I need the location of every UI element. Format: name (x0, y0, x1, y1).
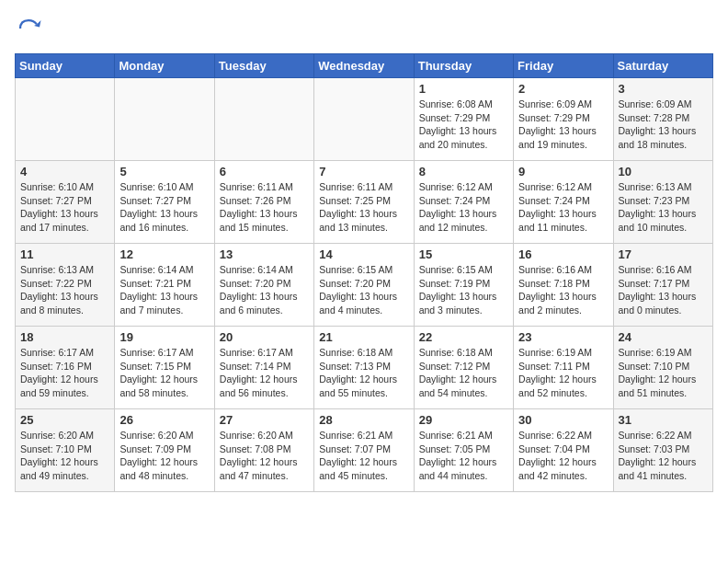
calendar-cell (314, 78, 414, 161)
day-info: Sunrise: 6:15 AMSunset: 7:19 PMDaylight:… (419, 263, 508, 317)
calendar-cell: 21Sunrise: 6:18 AMSunset: 7:13 PMDayligh… (314, 327, 414, 409)
calendar-cell: 28Sunrise: 6:21 AMSunset: 7:07 PMDayligh… (314, 409, 414, 492)
calendar-cell: 3Sunrise: 6:09 AMSunset: 7:28 PMDaylight… (613, 78, 712, 161)
day-info: Sunrise: 6:09 AMSunset: 7:29 PMDaylight:… (518, 98, 608, 152)
calendar-table: SundayMondayTuesdayWednesdayThursdayFrid… (15, 53, 713, 492)
day-info: Sunrise: 6:10 AMSunset: 7:27 PMDaylight:… (20, 180, 109, 235)
day-number: 19 (119, 330, 209, 344)
calendar-cell: 5Sunrise: 6:10 AMSunset: 7:27 PMDaylight… (115, 161, 214, 244)
calendar-cell: 19Sunrise: 6:17 AMSunset: 7:15 PMDayligh… (115, 327, 214, 409)
day-info: Sunrise: 6:12 AMSunset: 7:24 PMDaylight:… (518, 180, 608, 235)
calendar-cell: 7Sunrise: 6:11 AMSunset: 7:25 PMDaylight… (314, 161, 414, 244)
day-number: 31 (619, 413, 708, 427)
day-number: 9 (518, 165, 608, 178)
day-info: Sunrise: 6:19 AMSunset: 7:11 PMDaylight:… (518, 346, 608, 400)
day-number: 24 (619, 330, 708, 344)
calendar-cell (214, 78, 313, 161)
day-number: 13 (220, 247, 309, 261)
calendar-cell: 20Sunrise: 6:17 AMSunset: 7:14 PMDayligh… (214, 327, 313, 409)
calendar-cell: 11Sunrise: 6:13 AMSunset: 7:22 PMDayligh… (16, 244, 115, 327)
day-number: 22 (419, 330, 508, 344)
calendar-cell: 12Sunrise: 6:14 AMSunset: 7:21 PMDayligh… (115, 244, 214, 327)
calendar-cell: 10Sunrise: 6:13 AMSunset: 7:23 PMDayligh… (613, 161, 712, 244)
calendar-cell: 24Sunrise: 6:19 AMSunset: 7:10 PMDayligh… (613, 327, 712, 409)
calendar-cell: 2Sunrise: 6:09 AMSunset: 7:29 PMDaylight… (514, 78, 613, 161)
day-info: Sunrise: 6:11 AMSunset: 7:25 PMDaylight:… (319, 180, 408, 235)
day-number: 21 (319, 330, 408, 344)
weekday-header-sunday: Sunday (16, 54, 115, 78)
calendar-cell: 13Sunrise: 6:14 AMSunset: 7:20 PMDayligh… (214, 244, 313, 327)
day-info: Sunrise: 6:18 AMSunset: 7:13 PMDaylight:… (319, 346, 408, 400)
day-number: 8 (419, 165, 508, 178)
calendar-cell: 14Sunrise: 6:15 AMSunset: 7:20 PMDayligh… (314, 244, 414, 327)
calendar-cell: 16Sunrise: 6:16 AMSunset: 7:18 PMDayligh… (514, 244, 613, 327)
week-row-5: 25Sunrise: 6:20 AMSunset: 7:10 PMDayligh… (16, 409, 713, 492)
day-info: Sunrise: 6:17 AMSunset: 7:15 PMDaylight:… (119, 346, 209, 400)
day-number: 7 (319, 165, 408, 178)
day-info: Sunrise: 6:15 AMSunset: 7:20 PMDaylight:… (319, 263, 408, 317)
calendar-cell: 27Sunrise: 6:20 AMSunset: 7:08 PMDayligh… (214, 409, 313, 492)
weekday-header-monday: Monday (115, 54, 214, 78)
logo-icon (15, 15, 42, 42)
day-number: 27 (220, 413, 309, 427)
day-info: Sunrise: 6:17 AMSunset: 7:14 PMDaylight:… (220, 346, 309, 400)
day-number: 3 (619, 82, 708, 96)
day-info: Sunrise: 6:13 AMSunset: 7:23 PMDaylight:… (619, 180, 708, 235)
day-number: 5 (119, 165, 209, 178)
day-info: Sunrise: 6:22 AMSunset: 7:03 PMDaylight:… (619, 429, 708, 483)
week-row-1: 1Sunrise: 6:08 AMSunset: 7:29 PMDaylight… (16, 78, 713, 161)
weekday-header-thursday: Thursday (414, 54, 513, 78)
weekday-row: SundayMondayTuesdayWednesdayThursdayFrid… (16, 54, 713, 78)
calendar-cell: 26Sunrise: 6:20 AMSunset: 7:09 PMDayligh… (115, 409, 214, 492)
calendar-cell: 17Sunrise: 6:16 AMSunset: 7:17 PMDayligh… (613, 244, 712, 327)
calendar-cell (115, 78, 214, 161)
day-info: Sunrise: 6:16 AMSunset: 7:17 PMDaylight:… (619, 263, 708, 317)
day-info: Sunrise: 6:10 AMSunset: 7:27 PMDaylight:… (119, 180, 209, 235)
day-info: Sunrise: 6:18 AMSunset: 7:12 PMDaylight:… (419, 346, 508, 400)
day-info: Sunrise: 6:19 AMSunset: 7:10 PMDaylight:… (619, 346, 708, 400)
calendar-cell: 1Sunrise: 6:08 AMSunset: 7:29 PMDaylight… (414, 78, 513, 161)
day-number: 25 (20, 413, 109, 427)
day-info: Sunrise: 6:14 AMSunset: 7:21 PMDaylight:… (119, 263, 209, 317)
calendar-cell: 23Sunrise: 6:19 AMSunset: 7:11 PMDayligh… (514, 327, 613, 409)
calendar-cell: 30Sunrise: 6:22 AMSunset: 7:04 PMDayligh… (514, 409, 613, 492)
day-info: Sunrise: 6:21 AMSunset: 7:07 PMDaylight:… (319, 429, 408, 483)
page-header (15, 15, 713, 42)
calendar-cell: 31Sunrise: 6:22 AMSunset: 7:03 PMDayligh… (613, 409, 712, 492)
week-row-2: 4Sunrise: 6:10 AMSunset: 7:27 PMDaylight… (16, 161, 713, 244)
day-number: 17 (619, 247, 708, 261)
logo (15, 15, 48, 42)
weekday-header-wednesday: Wednesday (314, 54, 414, 78)
day-number: 14 (319, 247, 408, 261)
weekday-header-saturday: Saturday (613, 54, 712, 78)
calendar-cell: 8Sunrise: 6:12 AMSunset: 7:24 PMDaylight… (414, 161, 513, 244)
day-info: Sunrise: 6:12 AMSunset: 7:24 PMDaylight:… (419, 180, 508, 235)
day-info: Sunrise: 6:17 AMSunset: 7:16 PMDaylight:… (20, 346, 109, 400)
weekday-header-tuesday: Tuesday (214, 54, 313, 78)
calendar-cell: 18Sunrise: 6:17 AMSunset: 7:16 PMDayligh… (16, 327, 115, 409)
calendar-cell: 29Sunrise: 6:21 AMSunset: 7:05 PMDayligh… (414, 409, 513, 492)
calendar-header: SundayMondayTuesdayWednesdayThursdayFrid… (16, 54, 713, 78)
weekday-header-friday: Friday (514, 54, 613, 78)
calendar-cell (16, 78, 115, 161)
calendar-body: 1Sunrise: 6:08 AMSunset: 7:29 PMDaylight… (16, 78, 713, 492)
day-number: 11 (20, 247, 109, 261)
day-info: Sunrise: 6:16 AMSunset: 7:18 PMDaylight:… (518, 263, 608, 317)
day-number: 10 (619, 165, 708, 178)
day-number: 26 (119, 413, 209, 427)
calendar-cell: 25Sunrise: 6:20 AMSunset: 7:10 PMDayligh… (16, 409, 115, 492)
calendar-cell: 15Sunrise: 6:15 AMSunset: 7:19 PMDayligh… (414, 244, 513, 327)
day-number: 23 (518, 330, 608, 344)
day-info: Sunrise: 6:14 AMSunset: 7:20 PMDaylight:… (220, 263, 309, 317)
calendar-cell: 4Sunrise: 6:10 AMSunset: 7:27 PMDaylight… (16, 161, 115, 244)
day-number: 30 (518, 413, 608, 427)
day-info: Sunrise: 6:21 AMSunset: 7:05 PMDaylight:… (419, 429, 508, 483)
week-row-4: 18Sunrise: 6:17 AMSunset: 7:16 PMDayligh… (16, 327, 713, 409)
day-number: 16 (518, 247, 608, 261)
day-info: Sunrise: 6:22 AMSunset: 7:04 PMDaylight:… (518, 429, 608, 483)
day-info: Sunrise: 6:09 AMSunset: 7:28 PMDaylight:… (619, 98, 708, 152)
week-row-3: 11Sunrise: 6:13 AMSunset: 7:22 PMDayligh… (16, 244, 713, 327)
day-number: 6 (220, 165, 309, 178)
day-number: 28 (319, 413, 408, 427)
calendar-cell: 6Sunrise: 6:11 AMSunset: 7:26 PMDaylight… (214, 161, 313, 244)
